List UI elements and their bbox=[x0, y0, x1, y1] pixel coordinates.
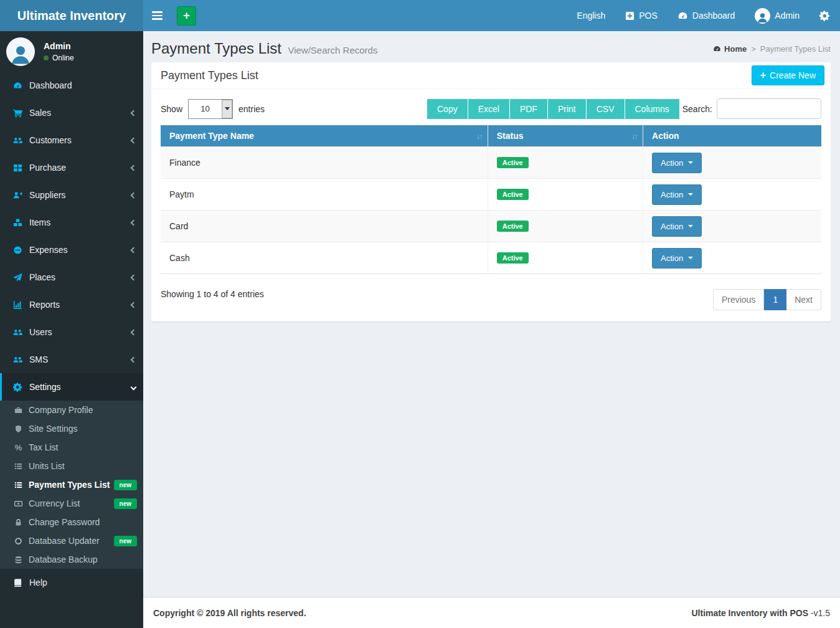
action-dropdown-button[interactable]: Action bbox=[652, 153, 702, 173]
paper-plane-icon bbox=[13, 273, 22, 282]
new-badge: new bbox=[114, 536, 137, 546]
tachometer-icon bbox=[713, 45, 721, 53]
submenu-item-payment-types-list[interactable]: Payment Types List new bbox=[0, 475, 143, 494]
chevron-left-icon bbox=[131, 247, 137, 253]
settings-submenu: Company Profile Site Settings % Tax List… bbox=[0, 401, 143, 569]
users-icon bbox=[13, 328, 22, 337]
table-toolbar: Show 10 entries Copy Excel PDF Print bbox=[161, 98, 821, 119]
sidebar-item-places[interactable]: Places bbox=[0, 264, 143, 291]
percent-icon: % bbox=[14, 443, 22, 452]
create-new-button[interactable]: + Create New bbox=[752, 65, 824, 85]
avatar bbox=[755, 8, 770, 24]
pdf-button[interactable]: PDF bbox=[509, 99, 547, 119]
submenu-item-units-list[interactable]: Units List bbox=[0, 457, 143, 475]
columns-button[interactable]: Columns bbox=[625, 99, 679, 119]
excel-button[interactable]: Excel bbox=[468, 99, 509, 119]
sidebar-item-customers[interactable]: Customers bbox=[0, 126, 143, 154]
sidebar-item-settings[interactable]: Settings bbox=[0, 373, 143, 401]
person-icon bbox=[757, 12, 768, 24]
submenu-item-label: Tax List bbox=[29, 442, 58, 452]
language-menu[interactable]: English bbox=[577, 11, 605, 21]
chevron-left-icon bbox=[131, 302, 137, 308]
submenu-item-database-updater[interactable]: Database Updater new bbox=[0, 531, 143, 550]
book-icon bbox=[13, 578, 22, 588]
sidebar-item-expenses[interactable]: Expenses bbox=[0, 236, 143, 264]
chevron-down-icon bbox=[131, 384, 137, 390]
version-text: Ultimate Inventory with POS -v1.5 bbox=[692, 608, 831, 618]
submenu-item-currency-list[interactable]: Currency List new bbox=[0, 494, 143, 513]
sidebar-item-label: Reports bbox=[29, 300, 60, 310]
action-dropdown-button[interactable]: Action bbox=[652, 184, 702, 205]
plus-square-icon bbox=[625, 11, 635, 21]
quick-add-button[interactable]: + bbox=[177, 6, 196, 26]
dashboard-label: Dashboard bbox=[692, 11, 735, 21]
user-menu[interactable]: Admin bbox=[755, 8, 800, 24]
export-button-group: Copy Excel PDF Print CSV Columns bbox=[427, 99, 679, 119]
show-label: Show bbox=[161, 104, 182, 114]
sidebar-item-sms[interactable]: SMS bbox=[0, 346, 143, 373]
chevron-left-icon bbox=[131, 192, 137, 198]
panel-body: Show 10 entries Copy Excel PDF Print bbox=[151, 89, 831, 321]
column-header-status[interactable]: Status ↓↑ bbox=[488, 125, 643, 147]
sidebar-item-help[interactable]: Help bbox=[0, 569, 143, 596]
list-icon bbox=[14, 481, 22, 489]
table-row: Card Active Action bbox=[161, 211, 821, 242]
sidebar: Admin Online Dashboard Sales Customers bbox=[0, 31, 143, 628]
sidebar-item-users[interactable]: Users bbox=[0, 318, 143, 346]
caret-down-icon bbox=[688, 161, 693, 166]
caret-down-icon bbox=[688, 225, 693, 230]
money-icon bbox=[14, 500, 22, 508]
gears-icon bbox=[13, 383, 22, 392]
action-dropdown-button[interactable]: Action bbox=[652, 216, 702, 237]
search-input[interactable] bbox=[717, 98, 821, 119]
table-row: Cash Active Action bbox=[161, 242, 821, 274]
print-button[interactable]: Print bbox=[547, 99, 586, 119]
csv-button[interactable]: CSV bbox=[586, 99, 625, 119]
status-badge: Active bbox=[497, 252, 529, 264]
sort-icon: ↓↑ bbox=[631, 131, 637, 141]
entries-label: entries bbox=[238, 104, 265, 114]
column-header-name[interactable]: Payment Type Name ↓↑ bbox=[161, 125, 488, 147]
users-icon bbox=[13, 355, 22, 364]
submenu-item-database-backup[interactable]: Database Backup bbox=[0, 550, 143, 569]
sidebar-item-suppliers[interactable]: Suppliers bbox=[0, 181, 143, 209]
content-header: Payment Types List View/Search Records H… bbox=[143, 31, 840, 57]
payment-type-name: Finance bbox=[161, 147, 488, 179]
action-dropdown-button[interactable]: Action bbox=[652, 248, 702, 269]
submenu-item-label: Currency List bbox=[29, 498, 80, 508]
gears-icon[interactable] bbox=[819, 11, 830, 21]
sidebar-user-panel: Admin Online bbox=[0, 31, 143, 72]
page-1-button[interactable]: 1 bbox=[764, 289, 786, 310]
lock-icon bbox=[14, 518, 22, 526]
entries-select[interactable]: 10 bbox=[188, 99, 233, 119]
submenu-item-label: Units List bbox=[29, 461, 65, 471]
app-logo[interactable]: Ultimate Inventory bbox=[0, 0, 143, 31]
app-window: Ultimate Inventory + English POS Dashboa… bbox=[0, 0, 840, 628]
user-status: Online bbox=[44, 54, 74, 62]
submenu-item-tax-list[interactable]: % Tax List bbox=[0, 438, 143, 457]
sidebar-item-sales[interactable]: Sales bbox=[0, 99, 143, 126]
submenu-item-company-profile[interactable]: Company Profile bbox=[0, 401, 143, 419]
pos-link[interactable]: POS bbox=[625, 11, 658, 21]
dashboard-link[interactable]: Dashboard bbox=[677, 11, 735, 21]
sidebar-item-label: Customers bbox=[29, 135, 72, 145]
sidebar-item-label: SMS bbox=[29, 354, 48, 364]
sidebar-item-items[interactable]: Items bbox=[0, 209, 143, 236]
plus-icon: + bbox=[760, 71, 766, 80]
previous-page-button[interactable]: Previous bbox=[713, 289, 764, 310]
users-icon bbox=[13, 136, 22, 145]
sidebar-item-dashboard[interactable]: Dashboard bbox=[0, 72, 143, 99]
user-name: Admin bbox=[44, 41, 74, 51]
chevron-left-icon bbox=[131, 164, 137, 171]
sidebar-item-label: Suppliers bbox=[29, 190, 65, 200]
breadcrumb-home[interactable]: Home bbox=[713, 44, 747, 54]
copy-button[interactable]: Copy bbox=[427, 99, 468, 119]
sidebar-item-purchase[interactable]: Purchase bbox=[0, 154, 143, 181]
submenu-item-label: Company Profile bbox=[29, 405, 93, 415]
sidebar-item-reports[interactable]: Reports bbox=[0, 291, 143, 318]
sidebar-item-label: Dashboard bbox=[29, 80, 72, 90]
next-page-button[interactable]: Next bbox=[786, 289, 821, 310]
sidebar-toggle-icon[interactable] bbox=[143, 0, 171, 31]
submenu-item-site-settings[interactable]: Site Settings bbox=[0, 419, 143, 438]
submenu-item-change-password[interactable]: Change Password bbox=[0, 513, 143, 531]
